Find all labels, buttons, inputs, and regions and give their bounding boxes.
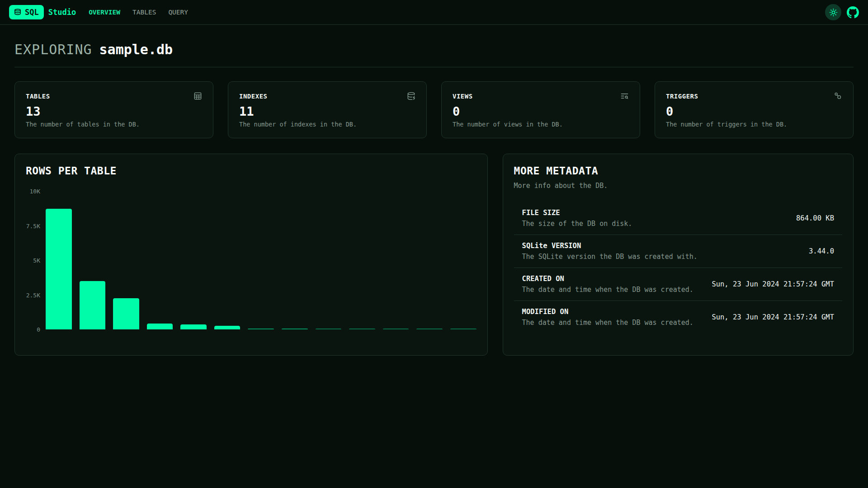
heading-divider	[14, 67, 854, 67]
metadata-row-label: MODIFIED ON	[522, 308, 693, 316]
trigger-nodes-icon	[834, 92, 842, 100]
stat-card-views: VIEWS 0 The number of views in the DB.	[441, 81, 640, 138]
theme-toggle-button[interactable]	[825, 4, 841, 20]
stat-card-tables: TABLES 13 The number of tables in the DB…	[14, 81, 213, 138]
nav-item-query[interactable]: QUERY	[168, 9, 188, 16]
chart-y-axis: 10K7.5K5K2.5K0	[26, 191, 44, 329]
metadata-row-description: The date and time when the DB was create…	[522, 319, 693, 327]
metadata-row-value: Sun, 23 Jun 2024 21:57:24 GMT	[703, 280, 834, 288]
chart-bar	[80, 281, 106, 329]
stat-card-triggers: TRIGGERS 0 The number of triggers in the…	[655, 81, 854, 138]
chart-bar	[147, 324, 173, 329]
y-axis-tick-label: 0	[37, 326, 40, 333]
logo-suffix-text: Studio	[48, 8, 76, 17]
sun-icon	[829, 8, 838, 17]
page-title-eyebrow: EXPLORING	[14, 42, 92, 57]
header-actions	[825, 4, 859, 20]
more-metadata-panel: MORE METADATA More info about the DB. FI…	[503, 154, 854, 356]
stat-card-title: TRIGGERS	[666, 93, 698, 100]
metadata-row-created-on: CREATED ON The date and time when the DB…	[514, 267, 842, 300]
app-header: SQL Studio OVERVIEW TABLES QUERY	[0, 0, 868, 25]
stat-card-description: The number of views in the DB.	[453, 121, 629, 128]
metadata-subtitle: More info about the DB.	[514, 182, 842, 190]
chart-bar	[316, 328, 342, 329]
metadata-row-modified-on: MODIFIED ON The date and time when the D…	[514, 300, 842, 333]
metadata-title: MORE METADATA	[514, 165, 842, 177]
y-axis-tick-label: 5K	[33, 257, 40, 264]
main-nav: OVERVIEW TABLES QUERY	[89, 9, 188, 16]
metadata-row-value: 864.00 KB	[787, 214, 834, 222]
database-zap-icon	[407, 92, 415, 100]
y-axis-tick-label: 7.5K	[26, 222, 40, 229]
chart-bar	[383, 328, 409, 329]
nav-item-overview[interactable]: OVERVIEW	[89, 9, 120, 16]
stat-card-value: 0	[453, 104, 629, 118]
table-grid-icon	[193, 92, 202, 100]
chart-bar	[450, 328, 476, 329]
github-icon	[847, 6, 859, 19]
metadata-row-label: FILE SIZE	[522, 209, 632, 217]
metadata-row-description: The date and time when the DB was create…	[522, 286, 693, 294]
metadata-row-file-size: FILE SIZE The size of the DB on disk. 86…	[514, 202, 842, 235]
chart-bar	[214, 326, 241, 329]
metadata-row-value: 3.44.0	[800, 247, 834, 255]
list-search-icon	[620, 92, 629, 100]
chart-bar	[248, 328, 274, 329]
logo-badge-text: SQL	[25, 8, 39, 17]
chart-bar	[349, 328, 375, 329]
stat-card-value: 11	[239, 104, 415, 118]
dashboard-panels: ROWS PER TABLE 10K7.5K5K2.5K0 MORE METAD…	[14, 154, 854, 356]
app-logo[interactable]: SQL Studio	[9, 5, 76, 19]
chart-bar	[282, 328, 308, 329]
metadata-row-description: The size of the DB on disk.	[522, 220, 632, 228]
metadata-row-description: The SQLite version the DB was created wi…	[522, 253, 698, 261]
metadata-row-label: SQLite VERSION	[522, 242, 698, 250]
stat-card-indexes: INDEXES 11 The number of indexes in the …	[228, 81, 427, 138]
y-axis-tick-label: 2.5K	[26, 291, 40, 298]
metadata-row-label: CREATED ON	[522, 275, 693, 283]
logo-badge: SQL	[9, 5, 44, 19]
chart-plot-area	[44, 191, 476, 329]
rows-per-table-chart: 10K7.5K5K2.5K0	[26, 191, 476, 329]
chart-title: ROWS PER TABLE	[26, 165, 476, 177]
chart-bar	[46, 209, 72, 329]
stat-card-title: TABLES	[26, 93, 50, 100]
y-axis-tick-label: 10K	[30, 188, 40, 195]
stat-cards: TABLES 13 The number of tables in the DB…	[14, 81, 854, 138]
stat-card-description: The number of tables in the DB.	[26, 121, 202, 128]
stat-card-value: 13	[26, 104, 202, 118]
metadata-rows: FILE SIZE The size of the DB on disk. 86…	[514, 202, 842, 333]
rows-per-table-panel: ROWS PER TABLE 10K7.5K5K2.5K0	[14, 154, 488, 356]
metadata-row-value: Sun, 23 Jun 2024 21:57:24 GMT	[703, 313, 834, 321]
chart-bar	[416, 328, 443, 329]
github-link[interactable]	[847, 6, 859, 19]
stat-card-title: VIEWS	[453, 93, 473, 100]
main-content: EXPLORING sample.db TABLES 13 The number…	[0, 42, 868, 356]
page-title: EXPLORING sample.db	[14, 42, 854, 57]
nav-item-tables[interactable]: TABLES	[132, 9, 156, 16]
page-title-db-name: sample.db	[99, 42, 173, 57]
stat-card-description: The number of indexes in the DB.	[239, 121, 415, 128]
stat-card-value: 0	[666, 104, 842, 118]
stat-card-title: INDEXES	[239, 93, 268, 100]
metadata-row-sqlite-version: SQLite VERSION The SQLite version the DB…	[514, 235, 842, 267]
chart-bar	[113, 298, 139, 329]
database-icon	[14, 9, 21, 16]
chart-bar	[180, 324, 207, 329]
stat-card-description: The number of triggers in the DB.	[666, 121, 842, 128]
